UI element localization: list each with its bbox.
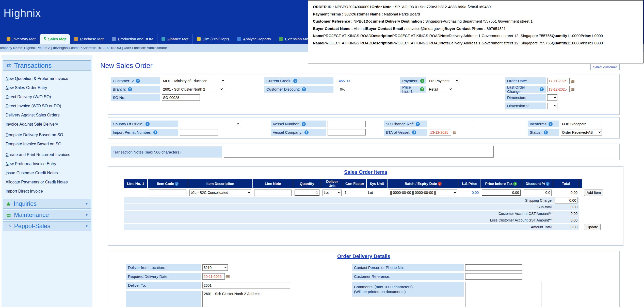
main-content: New Sales Order Select customer Customer…	[96, 55, 644, 307]
price-before-tax-input[interactable]	[482, 190, 521, 196]
dimension-select[interactable]	[547, 94, 557, 101]
so-change-ref-input[interactable]	[429, 121, 475, 127]
contact-person-input[interactable]	[465, 264, 522, 271]
eta-of-vessel-input[interactable]	[429, 129, 451, 135]
deliver-from-select[interactable]: 3210	[202, 264, 228, 271]
vessel-company-input[interactable]	[328, 129, 366, 135]
help-icon[interactable]	[540, 87, 544, 91]
help-icon[interactable]	[302, 87, 306, 91]
sidebar-item-direct-invoice[interactable]: Direct Invoice (W/O SO or DO)	[2, 101, 92, 111]
add-item-button[interactable]: Add Item	[584, 190, 603, 196]
help-icon[interactable]	[412, 130, 416, 134]
order-header-panel: Customer:-2 MOE - Ministry of Education …	[108, 74, 620, 115]
last-order-change-input[interactable]	[547, 86, 570, 92]
country-of-origin-select[interactable]	[180, 121, 240, 127]
payment-select[interactable]: Pre Payment	[428, 78, 459, 84]
sidebar-item-invoice-against-delivery[interactable]: Invoice Against Sale Delivery	[2, 120, 92, 129]
help-icon[interactable]	[175, 182, 179, 186]
sidebar-item-allocate-payments[interactable]: Allocate Payments or Credit Notes	[2, 178, 92, 187]
deliver-to-input[interactable]	[202, 282, 290, 288]
tab-inventory-mgt[interactable]: Inventory Mgt	[3, 34, 40, 44]
sidebar-item-direct-delivery[interactable]: Direct Delivery (W/O SO)	[2, 92, 92, 101]
order-delivery-heading[interactable]: Order Delivery Details	[108, 253, 619, 259]
customer-select[interactable]: MOE - Ministry of Education	[162, 78, 225, 84]
incoterms-input[interactable]	[561, 121, 600, 127]
address-textarea[interactable]: 2601 - Sch Cluster North 2-Address	[202, 291, 281, 307]
so-no-input[interactable]	[162, 94, 200, 101]
item-description-select[interactable]: b2c - B2C Consolidated	[189, 190, 251, 196]
branch-select[interactable]: 2601 - Sch Cluster North 2	[162, 86, 224, 92]
help-icon[interactable]	[153, 130, 157, 134]
calendar-icon[interactable]	[571, 78, 575, 83]
calendar-icon[interactable]	[571, 87, 575, 92]
required-delivery-date-input[interactable]	[202, 273, 225, 280]
sales-order-items-table: Line No.-1 Item Code Item Description Li…	[123, 179, 606, 231]
dimension2-label: Dimension 2:	[505, 103, 546, 109]
calendar-icon[interactable]	[453, 130, 456, 135]
status-select[interactable]: Order Received-AB	[561, 129, 602, 135]
help-icon[interactable]	[549, 122, 553, 126]
sidebar-item-import-direct-invoice[interactable]: Import Direct Invoice	[2, 187, 92, 196]
help-icon[interactable]	[302, 122, 306, 126]
help-icon[interactable]	[546, 182, 550, 186]
sidebar-section-inquiries[interactable]: Inquiries	[3, 199, 91, 209]
peppol-arrow-icon	[6, 223, 11, 229]
customer-reference-input[interactable]	[465, 273, 522, 280]
quantity-input[interactable]	[295, 190, 319, 196]
sidebar-section-maintenance[interactable]: Maintenance	[3, 210, 91, 220]
col-sys-unit: Sys Unit	[367, 179, 387, 188]
tab-analytic-reports[interactable]: Analytic Reports	[233, 34, 275, 44]
help-icon[interactable]	[420, 79, 424, 83]
order-date-input[interactable]	[547, 78, 570, 84]
col-item-code: Item Code	[148, 179, 188, 188]
help-icon[interactable]	[438, 182, 442, 186]
extension-icon	[279, 37, 283, 41]
popup-line-payment-terms: Payment Terms : 30DCustomer Name : Natio…	[313, 12, 638, 16]
help-icon[interactable]	[146, 122, 150, 126]
popup-line-project-1: NamePROJECT AT KINGS ROADDescriptionPROJ…	[313, 33, 638, 38]
sidebar-section-transactions[interactable]: Transactions	[3, 60, 91, 71]
sidebar-item-recurrent-invoices[interactable]: Create and Print Recurrent Invoices	[2, 150, 92, 159]
shipping-charge-input[interactable]	[555, 197, 577, 203]
help-icon[interactable]	[136, 79, 140, 83]
tab-purchase-mgt[interactable]: Purchase Mgt	[70, 34, 108, 44]
price-list-select[interactable]: Retail	[428, 86, 453, 92]
tab-finance-mgt[interactable]: Finance Mgt	[157, 34, 192, 44]
deliver-unit-select[interactable]: Lot	[323, 190, 342, 196]
transaction-notes-textarea[interactable]	[224, 146, 494, 158]
comments-textarea[interactable]	[465, 282, 541, 307]
sales-order-items-heading[interactable]: Sales Order Items	[108, 169, 623, 175]
help-icon[interactable]	[420, 87, 424, 91]
less-gst-row: Less Customer Account GST Amount** 0.00	[124, 217, 605, 223]
chevron-down-icon	[86, 201, 88, 206]
sidebar-item-customer-credit-notes[interactable]: Issue Customer Credit Notes	[2, 168, 92, 178]
discount-input[interactable]	[524, 190, 552, 196]
item-code-input[interactable]	[149, 190, 186, 196]
sidebar-item-new-quotation-proforma-invoice[interactable]: New Quotation & Proforma Invoice	[2, 74, 92, 83]
col-line-note: Line Note	[253, 179, 293, 188]
line-note-input[interactable]	[254, 190, 292, 196]
batch-expiry-select[interactable]: || 0000-00-00 || 0000-00-00 ||	[389, 190, 457, 196]
help-icon[interactable]	[544, 130, 548, 134]
tab-production-bom[interactable]: Production and BOM	[108, 34, 157, 44]
help-icon[interactable]	[416, 122, 420, 126]
help-icon[interactable]	[128, 87, 132, 91]
sidebar-item-template-invoice[interactable]: Template Invoice Based on SO	[2, 140, 92, 149]
tab-dim-proj-dept[interactable]: Dim (Proj/Dept)	[192, 34, 233, 44]
calendar-icon[interactable]	[226, 274, 230, 279]
help-icon[interactable]	[513, 182, 517, 186]
sidebar-item-template-delivery[interactable]: Template Delivery Based on SO	[2, 130, 92, 140]
import-permit-input[interactable]	[180, 129, 218, 135]
sidebar-item-new-sales-order-entry[interactable]: New Sales Order Entry	[2, 83, 92, 92]
update-button[interactable]: Update	[584, 224, 601, 230]
dimension2-select[interactable]	[547, 103, 557, 109]
sidebar-item-delivery-against-so[interactable]: Delivery Against Sales Orders	[2, 111, 92, 120]
tab-sales-mgt[interactable]: Sales Mgt	[40, 34, 70, 44]
line-total-cell: 0.00	[553, 189, 579, 197]
select-customer-button[interactable]: Select customer	[590, 64, 620, 70]
help-icon[interactable]	[304, 130, 309, 134]
help-icon[interactable]	[293, 79, 297, 83]
sidebar-section-peppol-sales[interactable]: Peppol-Sales	[3, 221, 91, 231]
sidebar-item-new-proforma-invoice[interactable]: New Proforma Invoice Entry	[2, 159, 92, 168]
vessel-number-input[interactable]	[328, 121, 366, 127]
